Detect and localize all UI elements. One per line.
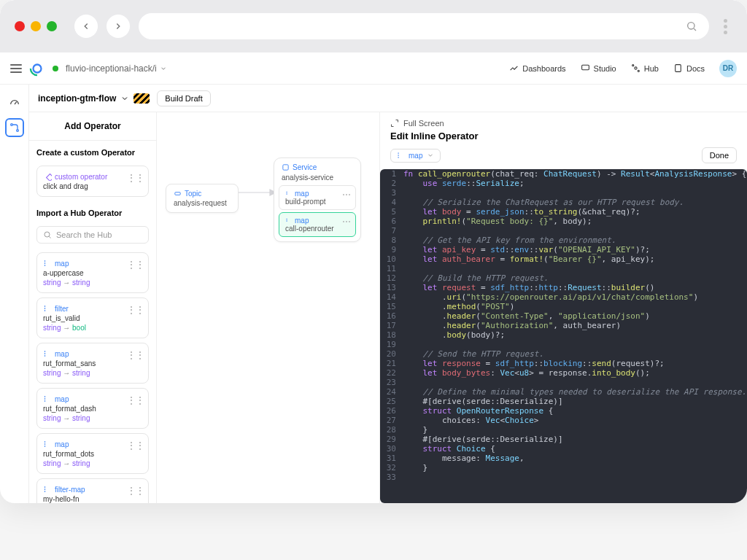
map-icon — [285, 190, 293, 198]
service-step[interactable]: mapcall-openrouter⋯ — [279, 212, 356, 237]
hub-operator-card[interactable]: filter-mapmy-hello-fnstring → string⋮⋮ — [36, 478, 149, 503]
step-menu-icon[interactable]: ⋯ — [342, 190, 349, 200]
chevron-down-icon — [120, 94, 129, 103]
hub-operator-card[interactable]: maprut_format_sansstring → string⋮⋮ — [36, 343, 149, 384]
browser-menu-button[interactable] — [718, 19, 732, 34]
drag-handle-icon[interactable]: ⋮⋮ — [126, 304, 144, 316]
topic-icon — [174, 190, 182, 198]
operator-type-select[interactable]: map — [390, 149, 441, 163]
back-button[interactable] — [74, 15, 98, 38]
chevron-down-icon — [160, 65, 167, 72]
map-icon — [285, 217, 293, 225]
edge — [235, 185, 271, 200]
hub-operator-card[interactable]: maprut_format_dotsstring → string⋮⋮ — [36, 433, 149, 474]
chart-icon — [509, 63, 519, 73]
svg-point-5 — [638, 70, 639, 71]
filter-map-icon — [43, 485, 52, 494]
rail-flow[interactable] — [5, 118, 24, 137]
diamond-icon — [43, 172, 52, 181]
search-hub-input[interactable]: Search the Hub — [36, 226, 149, 244]
code-editor[interactable]: 1fn call_openrouter(chat_req: ChatReques… — [380, 169, 747, 503]
svg-point-16 — [44, 306, 45, 307]
node-service[interactable]: Service analysis-service mapbuild-prompt… — [274, 158, 361, 242]
svg-point-3 — [635, 67, 637, 69]
editor-title: Edit Inline Operator — [380, 131, 747, 147]
custom-operator-card[interactable]: custom operator click and drag ⋮⋮ — [36, 166, 149, 197]
svg-rect-6 — [676, 65, 681, 72]
left-rail — [0, 85, 29, 503]
svg-line-12 — [49, 236, 50, 238]
maximize-icon[interactable] — [47, 21, 57, 31]
avatar[interactable]: DR — [719, 60, 737, 77]
svg-point-37 — [287, 220, 287, 221]
browser-chrome — [0, 0, 747, 52]
window-controls — [15, 21, 57, 31]
hub-operator-card[interactable]: mapa-uppercasestring → string⋮⋮ — [36, 252, 149, 293]
address-bar[interactable] — [139, 13, 709, 39]
operator-sidebar: Add Operator Create a custom Operator cu… — [29, 112, 157, 503]
flow-canvas[interactable]: Topic analysis-request Service analysis-… — [157, 112, 379, 503]
svg-point-24 — [44, 401, 45, 402]
create-operator-label: Create a custom Operator — [29, 141, 156, 161]
svg-point-4 — [632, 65, 633, 66]
svg-rect-32 — [175, 192, 180, 195]
svg-point-18 — [44, 311, 45, 311]
hub-operator-card[interactable]: maprut_format_dashstring → string⋮⋮ — [36, 388, 149, 429]
svg-point-13 — [44, 261, 45, 262]
drag-handle-icon[interactable]: ⋮⋮ — [126, 440, 144, 451]
add-operator-heading: Add Operator — [29, 112, 156, 141]
map-icon — [43, 349, 52, 358]
hub-operator-card[interactable]: filterrut_is_validstring → bool⋮⋮ — [36, 298, 149, 338]
nav-dashboards[interactable]: Dashboards — [509, 63, 565, 73]
drag-handle-icon[interactable]: ⋮⋮ — [126, 259, 144, 271]
search-icon — [686, 20, 697, 32]
forward-button[interactable] — [107, 15, 130, 38]
menu-icon[interactable] — [10, 64, 22, 73]
service-step[interactable]: mapbuild-prompt⋯ — [279, 185, 356, 210]
status-icon — [53, 66, 58, 71]
svg-point-15 — [44, 265, 45, 266]
map-icon — [397, 152, 404, 159]
gauge-icon — [9, 97, 20, 109]
map-icon — [43, 440, 52, 448]
build-draft-button[interactable]: Build Draft — [157, 90, 210, 106]
logo-icon — [29, 61, 45, 77]
svg-point-28 — [44, 487, 45, 488]
node-topic[interactable]: Topic analysis-request — [166, 184, 239, 213]
svg-point-19 — [44, 351, 45, 352]
search-icon — [43, 230, 52, 239]
nav-studio[interactable]: Studio — [581, 63, 616, 73]
svg-point-29 — [44, 489, 45, 490]
doc-icon — [673, 63, 683, 73]
svg-point-14 — [44, 263, 45, 264]
filter-icon — [43, 304, 52, 313]
step-menu-icon[interactable]: ⋯ — [342, 217, 349, 227]
close-icon[interactable] — [15, 21, 25, 31]
map-icon — [43, 259, 52, 268]
fullscreen-button[interactable]: Full Screen — [380, 112, 747, 131]
svg-point-8 — [10, 124, 12, 126]
nav-hub[interactable]: Hub — [631, 63, 659, 73]
svg-point-26 — [44, 444, 45, 445]
svg-point-36 — [287, 219, 287, 219]
flow-subheader: inception-gtm-flow Build Draft — [29, 85, 747, 112]
project-selector[interactable]: fluvio-inceptionai-hack/i — [53, 63, 167, 74]
done-button[interactable]: Done — [702, 147, 737, 163]
svg-line-7 — [15, 102, 17, 104]
svg-point-35 — [287, 193, 287, 194]
svg-point-17 — [44, 308, 45, 309]
hub-icon — [631, 63, 640, 73]
drag-handle-icon[interactable]: ⋮⋮ — [126, 172, 144, 184]
flow-title[interactable]: inception-gtm-flow — [38, 93, 150, 104]
svg-line-1 — [694, 28, 696, 31]
minimize-icon[interactable] — [31, 21, 41, 31]
service-name: analysis-service — [277, 174, 357, 183]
chevron-down-icon — [427, 152, 434, 159]
nav-docs[interactable]: Docs — [673, 63, 705, 73]
drag-handle-icon[interactable]: ⋮⋮ — [126, 349, 144, 361]
svg-point-38 — [398, 153, 399, 154]
drag-handle-icon[interactable]: ⋮⋮ — [126, 485, 144, 497]
svg-point-23 — [44, 399, 45, 400]
drag-handle-icon[interactable]: ⋮⋮ — [126, 394, 144, 406]
rail-gauge[interactable] — [5, 93, 24, 112]
